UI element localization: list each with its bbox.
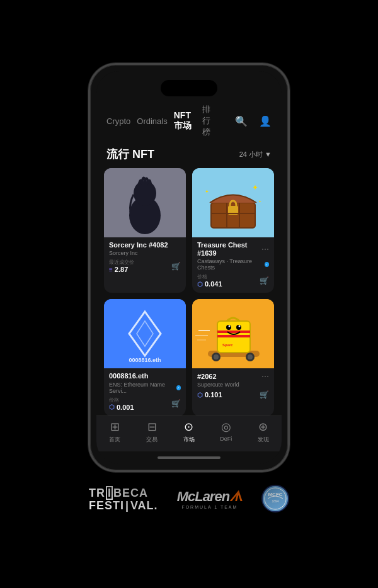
tribeca-text2: BECA xyxy=(113,487,148,499)
price-label-3: 价格 xyxy=(109,397,134,404)
phone-wrapper: Crypto Ordinals NFT 市场 排行榜 🔍 👤 流行 NFT 24… xyxy=(88,63,290,472)
search-icon[interactable]: 🔍 xyxy=(235,115,248,127)
price-2: 0.041 xyxy=(205,280,222,288)
tribeca-brand: TR I BECA FESTI | VAL. xyxy=(89,486,158,511)
mclaren-text: McLaren xyxy=(177,489,229,505)
nft-collection-4: Supercute World xyxy=(197,382,239,388)
svg-text:Sparc: Sparc xyxy=(222,343,233,347)
verified-badge-3: ✓ xyxy=(176,385,181,390)
time-filter[interactable]: 24 小时 ▼ xyxy=(239,150,272,159)
market-icon: ⊙ xyxy=(184,420,193,434)
svg-point-2 xyxy=(134,181,156,206)
svg-text:✦: ✦ xyxy=(252,183,258,192)
verified-badge-2: ✓ xyxy=(265,262,269,267)
phone-screen: Crypto Ordinals NFT 市场 排行榜 🔍 👤 流行 NFT 24… xyxy=(96,71,282,464)
nft-card-1[interactable]: Sorcery Inc #4082 Sorcery Inc 最近成交价 ≡ xyxy=(104,168,186,293)
menu-dots-4[interactable]: ⋯ xyxy=(261,372,269,381)
discover-icon: ⊕ xyxy=(258,420,268,434)
svg-point-27 xyxy=(229,325,231,327)
tab-home-label: 首页 xyxy=(109,436,120,444)
tab-defi-label: DeFi xyxy=(220,436,232,442)
tab-market[interactable]: ⊙ 市场 xyxy=(171,420,208,444)
trade-icon: ⊟ xyxy=(147,420,157,434)
eth-icon-4: ⬡ xyxy=(197,392,203,399)
nft-collection-3: ENS: Ethereum Name Servi... xyxy=(109,382,175,394)
cart-icon-3[interactable]: 🛒 xyxy=(171,399,181,408)
tab-discover-label: 发现 xyxy=(258,436,269,444)
mclaren-brand: McLaren ᗑ FORMULA 1 TEAM xyxy=(177,489,243,509)
tab-discover[interactable]: ⊕ 发现 xyxy=(244,420,282,444)
cart-icon-4[interactable]: 🛒 xyxy=(260,390,269,399)
phone-frame: Crypto Ordinals NFT 市场 排行榜 🔍 👤 流行 NFT 24… xyxy=(88,63,290,472)
nav-item-crypto[interactable]: Crypto xyxy=(106,116,130,126)
svg-text:0008816.eth: 0008816.eth xyxy=(129,357,161,363)
svg-text:✦: ✦ xyxy=(258,200,261,203)
svg-text:✦: ✦ xyxy=(205,189,209,195)
price-3: 0.001 xyxy=(117,404,134,411)
svg-rect-24 xyxy=(217,331,250,333)
branding-row: TR I BECA FESTI | VAL. McLaren ᗑ FORMULA… xyxy=(89,485,289,512)
section-title: 流行 NFT xyxy=(106,147,154,162)
nft-image-4: Sparc xyxy=(192,299,274,368)
nft-name-1: Sorcery Inc #4082 xyxy=(109,241,168,249)
nav-item-ranking[interactable]: 排行榜 xyxy=(202,104,217,138)
nft-card-4[interactable]: Sparc #2062 ⋯ xyxy=(192,299,274,416)
section-header: 流行 NFT 24 小时 ▼ xyxy=(96,142,282,168)
nft-name-4: #2062 xyxy=(197,373,217,381)
tab-bar: ⊞ 首页 ⊟ 交易 ⊙ 市场 ◎ DeFi ⊕ 发现 xyxy=(96,416,282,451)
svg-point-20 xyxy=(248,354,253,359)
price-4: 0.101 xyxy=(205,391,222,399)
price-label-2: 价格 xyxy=(197,273,222,280)
nft-collection-1: Sorcery Inc xyxy=(109,250,138,256)
nft-image-1 xyxy=(104,168,186,237)
nft-image-2: ✦ ✦ ✦ xyxy=(192,168,274,237)
nft-name-3: 0008816.eth xyxy=(109,372,148,380)
menu-dots-2[interactable]: ⋯ xyxy=(261,245,269,254)
nft-card-2[interactable]: ✦ ✦ ✦ Treasure Chest #1639 ⋯ Casta xyxy=(192,168,274,293)
svg-point-18 xyxy=(214,354,219,359)
tab-home[interactable]: ⊞ 首页 xyxy=(96,420,134,444)
nft-collection-2: Castaways · Treasure Chests xyxy=(197,258,263,271)
nav-item-ordinals[interactable]: Ordinals xyxy=(137,116,167,126)
nft-grid: Sorcery Inc #4082 Sorcery Inc 最近成交价 ≡ xyxy=(96,168,282,416)
tab-trade-label: 交易 xyxy=(146,436,158,444)
price-1: 2.87 xyxy=(115,266,128,273)
svg-rect-23 xyxy=(217,335,250,337)
cart-icon-1[interactable]: 🛒 xyxy=(171,262,181,271)
tribeca-text: TR xyxy=(89,487,105,499)
nft-name-2: Treasure Chest #1639 xyxy=(197,241,261,257)
mancity-brand: MCFC 1894 xyxy=(261,485,289,512)
eth-icon-3: ⬡ xyxy=(109,404,115,410)
screen-content: Crypto Ordinals NFT 市场 排行榜 🔍 👤 流行 NFT 24… xyxy=(96,71,282,416)
tab-market-label: 市场 xyxy=(183,436,195,444)
svg-text:1894: 1894 xyxy=(272,499,279,503)
home-indicator xyxy=(96,451,282,464)
svg-point-28 xyxy=(239,325,241,327)
nft-card-3[interactable]: 0008816.eth 0008816.eth ENS: Ethereum Na… xyxy=(104,299,186,416)
cart-icon-2[interactable]: 🛒 xyxy=(260,276,269,285)
eth-icon-2: ⬡ xyxy=(197,281,203,288)
dynamic-island xyxy=(161,80,217,96)
home-icon: ⊞ xyxy=(110,420,120,434)
price-label-1: 最近成交价 xyxy=(109,259,134,266)
home-bar xyxy=(158,456,220,459)
svg-text:MCFC: MCFC xyxy=(268,492,283,497)
eth-icon-1: ≡ xyxy=(109,266,113,273)
tab-trade[interactable]: ⊟ 交易 xyxy=(134,420,171,444)
defi-icon: ◎ xyxy=(221,420,231,434)
svg-point-40 xyxy=(262,485,289,512)
nav-item-nft-market[interactable]: NFT 市场 xyxy=(174,110,197,132)
tab-defi[interactable]: ◎ DeFi xyxy=(207,420,244,444)
user-icon[interactable]: 👤 xyxy=(259,115,272,127)
nft-image-3: 0008816.eth xyxy=(104,299,186,368)
mclaren-sub: FORMULA 1 TEAM xyxy=(181,505,238,509)
